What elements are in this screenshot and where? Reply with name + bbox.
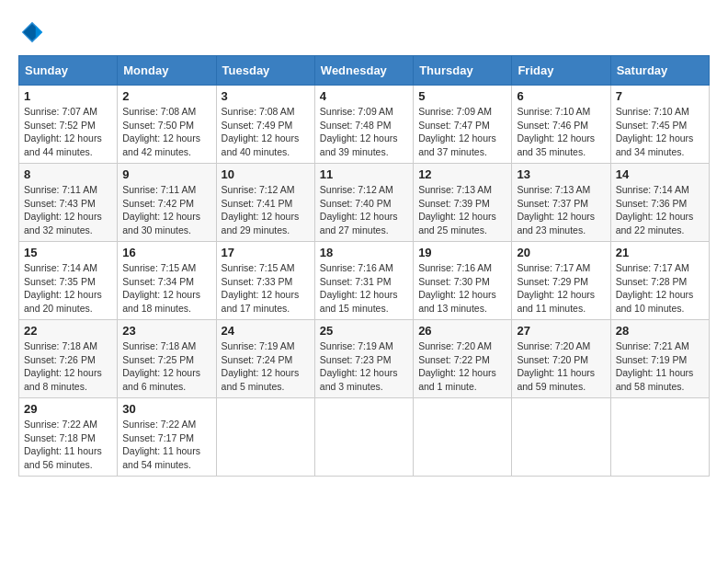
- calendar-cell: 1Sunrise: 7:07 AMSunset: 7:52 PMDaylight…: [19, 86, 118, 164]
- calendar-week-row: 22Sunrise: 7:18 AMSunset: 7:26 PMDayligh…: [19, 320, 710, 398]
- logo: [18, 18, 50, 46]
- day-number: 1: [24, 89, 112, 103]
- calendar-cell: 16Sunrise: 7:15 AMSunset: 7:34 PMDayligh…: [118, 242, 216, 320]
- calendar-cell: 26Sunrise: 7:20 AMSunset: 7:22 PMDayligh…: [414, 320, 512, 398]
- day-number: 2: [122, 89, 210, 103]
- calendar-cell: 19Sunrise: 7:16 AMSunset: 7:30 PMDayligh…: [414, 242, 512, 320]
- calendar-week-row: 1Sunrise: 7:07 AMSunset: 7:52 PMDaylight…: [19, 86, 710, 164]
- day-number: 10: [222, 167, 310, 181]
- day-info: Sunrise: 7:13 AMSunset: 7:37 PMDaylight:…: [517, 183, 605, 237]
- calendar-header: SundayMondayTuesdayWednesdayThursdayFrid…: [19, 56, 710, 86]
- day-info: Sunrise: 7:14 AMSunset: 7:35 PMDaylight:…: [24, 261, 112, 316]
- calendar-cell: 2Sunrise: 7:08 AMSunset: 7:50 PMDaylight…: [118, 86, 216, 164]
- calendar-cell: [414, 398, 512, 477]
- calendar-cell: 17Sunrise: 7:15 AMSunset: 7:33 PMDayligh…: [216, 242, 314, 320]
- weekday-header-friday: Friday: [512, 56, 610, 86]
- calendar-cell: [610, 398, 709, 477]
- calendar-cell: 14Sunrise: 7:14 AMSunset: 7:36 PMDayligh…: [610, 164, 709, 242]
- day-info: Sunrise: 7:17 AMSunset: 7:28 PMDaylight:…: [616, 261, 704, 316]
- calendar-body: 1Sunrise: 7:07 AMSunset: 7:52 PMDaylight…: [19, 86, 710, 477]
- day-info: Sunrise: 7:07 AMSunset: 7:52 PMDaylight:…: [24, 105, 112, 159]
- day-number: 13: [517, 167, 605, 181]
- calendar-week-row: 15Sunrise: 7:14 AMSunset: 7:35 PMDayligh…: [19, 242, 710, 320]
- day-number: 7: [616, 89, 704, 103]
- day-number: 3: [222, 89, 310, 103]
- day-number: 24: [222, 324, 310, 338]
- weekday-header-saturday: Saturday: [610, 56, 709, 86]
- day-number: 18: [320, 246, 408, 259]
- calendar-cell: 10Sunrise: 7:12 AMSunset: 7:41 PMDayligh…: [216, 164, 314, 242]
- calendar-cell: 23Sunrise: 7:18 AMSunset: 7:25 PMDayligh…: [118, 320, 216, 398]
- day-info: Sunrise: 7:14 AMSunset: 7:36 PMDaylight:…: [616, 183, 704, 237]
- day-number: 8: [24, 167, 112, 181]
- day-info: Sunrise: 7:18 AMSunset: 7:25 PMDaylight:…: [122, 339, 210, 394]
- day-info: Sunrise: 7:12 AMSunset: 7:40 PMDaylight:…: [320, 183, 408, 237]
- day-info: Sunrise: 7:10 AMSunset: 7:46 PMDaylight:…: [517, 105, 605, 159]
- calendar-cell: 9Sunrise: 7:11 AMSunset: 7:42 PMDaylight…: [118, 164, 216, 242]
- day-info: Sunrise: 7:12 AMSunset: 7:41 PMDaylight:…: [222, 183, 310, 237]
- day-number: 17: [222, 246, 310, 259]
- day-info: Sunrise: 7:11 AMSunset: 7:43 PMDaylight:…: [24, 183, 112, 237]
- day-info: Sunrise: 7:09 AMSunset: 7:48 PMDaylight:…: [320, 105, 408, 159]
- calendar-week-row: 8Sunrise: 7:11 AMSunset: 7:43 PMDaylight…: [19, 164, 710, 242]
- day-number: 11: [320, 167, 408, 181]
- day-number: 25: [320, 324, 408, 338]
- day-info: Sunrise: 7:15 AMSunset: 7:33 PMDaylight:…: [222, 261, 310, 316]
- day-number: 12: [418, 167, 506, 181]
- day-info: Sunrise: 7:20 AMSunset: 7:22 PMDaylight:…: [418, 339, 506, 394]
- day-info: Sunrise: 7:08 AMSunset: 7:50 PMDaylight:…: [122, 105, 210, 159]
- day-number: 30: [122, 402, 210, 416]
- day-info: Sunrise: 7:15 AMSunset: 7:34 PMDaylight:…: [122, 261, 210, 316]
- svg-marker-2: [36, 26, 43, 40]
- day-info: Sunrise: 7:19 AMSunset: 7:23 PMDaylight:…: [320, 339, 408, 394]
- calendar-cell: 29Sunrise: 7:22 AMSunset: 7:18 PMDayligh…: [19, 398, 118, 477]
- day-info: Sunrise: 7:22 AMSunset: 7:18 PMDaylight:…: [24, 418, 112, 472]
- day-number: 6: [517, 89, 605, 103]
- calendar-cell: 25Sunrise: 7:19 AMSunset: 7:23 PMDayligh…: [314, 320, 413, 398]
- calendar-cell: 18Sunrise: 7:16 AMSunset: 7:31 PMDayligh…: [314, 242, 413, 320]
- calendar-cell: 3Sunrise: 7:08 AMSunset: 7:49 PMDaylight…: [216, 86, 314, 164]
- day-number: 4: [320, 89, 408, 103]
- day-info: Sunrise: 7:17 AMSunset: 7:29 PMDaylight:…: [517, 261, 605, 316]
- day-info: Sunrise: 7:10 AMSunset: 7:45 PMDaylight:…: [616, 105, 704, 159]
- calendar-cell: 7Sunrise: 7:10 AMSunset: 7:45 PMDaylight…: [610, 86, 709, 164]
- day-info: Sunrise: 7:22 AMSunset: 7:17 PMDaylight:…: [122, 418, 210, 472]
- logo-icon: [18, 18, 46, 46]
- day-info: Sunrise: 7:08 AMSunset: 7:49 PMDaylight:…: [222, 105, 310, 159]
- calendar-cell: [216, 398, 314, 477]
- calendar-cell: 21Sunrise: 7:17 AMSunset: 7:28 PMDayligh…: [610, 242, 709, 320]
- calendar-cell: [314, 398, 413, 477]
- day-info: Sunrise: 7:19 AMSunset: 7:24 PMDaylight:…: [222, 339, 310, 394]
- weekday-header-tuesday: Tuesday: [216, 56, 314, 86]
- day-number: 29: [24, 402, 112, 416]
- day-number: 19: [418, 246, 506, 259]
- day-number: 9: [122, 167, 210, 181]
- day-number: 28: [616, 324, 704, 338]
- calendar-week-row: 29Sunrise: 7:22 AMSunset: 7:18 PMDayligh…: [19, 398, 710, 477]
- weekday-header-row: SundayMondayTuesdayWednesdayThursdayFrid…: [19, 56, 710, 86]
- calendar-table: SundayMondayTuesdayWednesdayThursdayFrid…: [18, 55, 710, 477]
- calendar-cell: 12Sunrise: 7:13 AMSunset: 7:39 PMDayligh…: [414, 164, 512, 242]
- calendar-cell: 5Sunrise: 7:09 AMSunset: 7:47 PMDaylight…: [414, 86, 512, 164]
- weekday-header-monday: Monday: [118, 56, 216, 86]
- calendar-cell: 30Sunrise: 7:22 AMSunset: 7:17 PMDayligh…: [118, 398, 216, 477]
- day-info: Sunrise: 7:11 AMSunset: 7:42 PMDaylight:…: [122, 183, 210, 237]
- day-number: 20: [517, 246, 605, 259]
- day-info: Sunrise: 7:16 AMSunset: 7:30 PMDaylight:…: [418, 261, 506, 316]
- day-info: Sunrise: 7:18 AMSunset: 7:26 PMDaylight:…: [24, 339, 112, 394]
- day-number: 21: [616, 246, 704, 259]
- calendar-cell: 4Sunrise: 7:09 AMSunset: 7:48 PMDaylight…: [314, 86, 413, 164]
- calendar-cell: 13Sunrise: 7:13 AMSunset: 7:37 PMDayligh…: [512, 164, 610, 242]
- day-info: Sunrise: 7:16 AMSunset: 7:31 PMDaylight:…: [320, 261, 408, 316]
- calendar-cell: 24Sunrise: 7:19 AMSunset: 7:24 PMDayligh…: [216, 320, 314, 398]
- calendar-cell: 15Sunrise: 7:14 AMSunset: 7:35 PMDayligh…: [19, 242, 118, 320]
- day-number: 16: [122, 246, 210, 259]
- day-number: 14: [616, 167, 704, 181]
- calendar-cell: [512, 398, 610, 477]
- day-info: Sunrise: 7:09 AMSunset: 7:47 PMDaylight:…: [418, 105, 506, 159]
- day-number: 27: [517, 324, 605, 338]
- calendar-cell: 11Sunrise: 7:12 AMSunset: 7:40 PMDayligh…: [314, 164, 413, 242]
- day-number: 26: [418, 324, 506, 338]
- day-info: Sunrise: 7:13 AMSunset: 7:39 PMDaylight:…: [418, 183, 506, 237]
- calendar-cell: 22Sunrise: 7:18 AMSunset: 7:26 PMDayligh…: [19, 320, 118, 398]
